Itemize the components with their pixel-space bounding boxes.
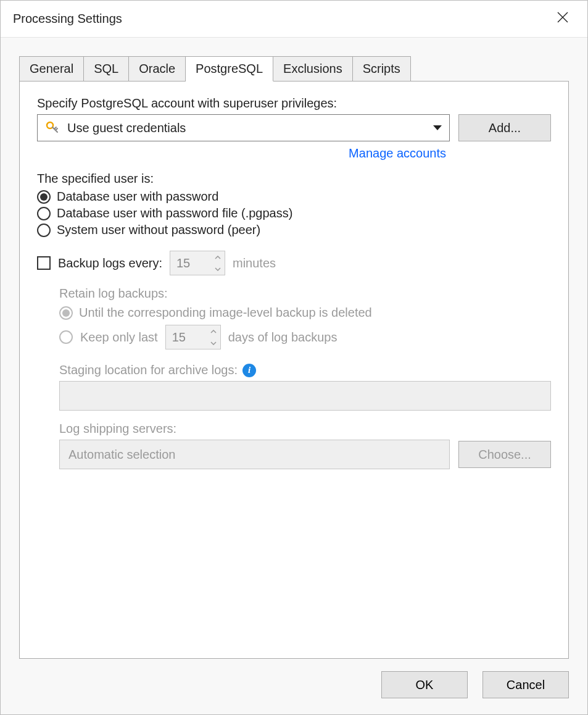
backup-logs-unit: minutes — [233, 256, 276, 270]
close-icon[interactable] — [550, 11, 575, 27]
keep-only-last-suffix: days of log backups — [228, 330, 337, 345]
radio-retain-until-deleted-label: Until the corresponding image-level back… — [79, 306, 372, 320]
titlebar: Processing Settings — [1, 1, 587, 38]
account-label: Specify PostgreSQL account with superuse… — [37, 96, 551, 111]
spinner-down-icon — [207, 337, 220, 349]
backup-logs-interval-value: 15 — [170, 251, 211, 275]
log-shipping-label: Log shipping servers: — [59, 422, 551, 436]
keep-only-last-value: 15 — [166, 325, 207, 349]
dialog-title: Processing Settings — [13, 12, 550, 26]
retain-label: Retain log backups: — [59, 286, 551, 301]
cancel-button[interactable]: Cancel — [482, 671, 569, 698]
backup-logs-interval-spinner: 15 — [170, 251, 225, 275]
tab-postgresql[interactable]: PostgreSQL — [186, 56, 273, 82]
radio-db-user-password-label: Database user with password — [57, 190, 218, 204]
chevron-down-icon — [433, 125, 442, 130]
tab-sql[interactable]: SQL — [84, 56, 129, 82]
radio-system-user-peer[interactable] — [37, 224, 51, 237]
staging-location-label: Staging location for archive logs: — [59, 363, 238, 377]
radio-system-user-peer-label: System user without password (peer) — [57, 223, 260, 237]
radio-retain-until-deleted — [59, 306, 73, 320]
key-icon — [45, 120, 61, 136]
user-type-label: The specified user is: — [37, 172, 551, 186]
manage-accounts-link[interactable]: Manage accounts — [349, 146, 446, 160]
backup-logs-checkbox[interactable] — [37, 256, 51, 270]
add-account-button[interactable]: Add... — [458, 114, 551, 141]
tab-exclusions[interactable]: Exclusions — [273, 56, 353, 82]
tab-oracle[interactable]: Oracle — [129, 56, 186, 82]
account-select[interactable]: Use guest credentials — [37, 114, 450, 141]
staging-location-input — [59, 381, 551, 411]
spinner-up-icon — [211, 251, 225, 263]
spinner-up-icon — [207, 325, 220, 337]
dialog-body: General SQL Oracle PostgreSQL Exclusions… — [1, 38, 587, 659]
processing-settings-dialog: Processing Settings General SQL Oracle P… — [0, 0, 588, 715]
tab-scripts[interactable]: Scripts — [353, 56, 411, 82]
dialog-footer: OK Cancel — [1, 659, 587, 714]
radio-db-user-password[interactable] — [37, 190, 51, 204]
tab-strip: General SQL Oracle PostgreSQL Exclusions… — [19, 56, 569, 81]
info-icon[interactable]: i — [242, 364, 256, 377]
log-shipping-value: Automatic selection — [68, 448, 175, 462]
keep-only-last-prefix: Keep only last — [80, 330, 158, 345]
choose-button: Choose... — [458, 441, 551, 468]
radio-db-user-pgpass[interactable] — [37, 207, 51, 220]
radio-keep-only-last — [59, 330, 73, 344]
spinner-down-icon — [211, 263, 225, 275]
account-selected-text: Use guest credentials — [67, 121, 433, 135]
tab-panel-postgresql: Specify PostgreSQL account with superuse… — [19, 81, 569, 659]
radio-db-user-pgpass-label: Database user with password file (.pgpas… — [57, 206, 292, 220]
tab-general[interactable]: General — [19, 56, 84, 82]
keep-only-last-spinner: 15 — [165, 325, 221, 349]
log-shipping-input: Automatic selection — [59, 440, 450, 469]
backup-logs-label: Backup logs every: — [58, 256, 162, 270]
ok-button[interactable]: OK — [381, 671, 468, 698]
